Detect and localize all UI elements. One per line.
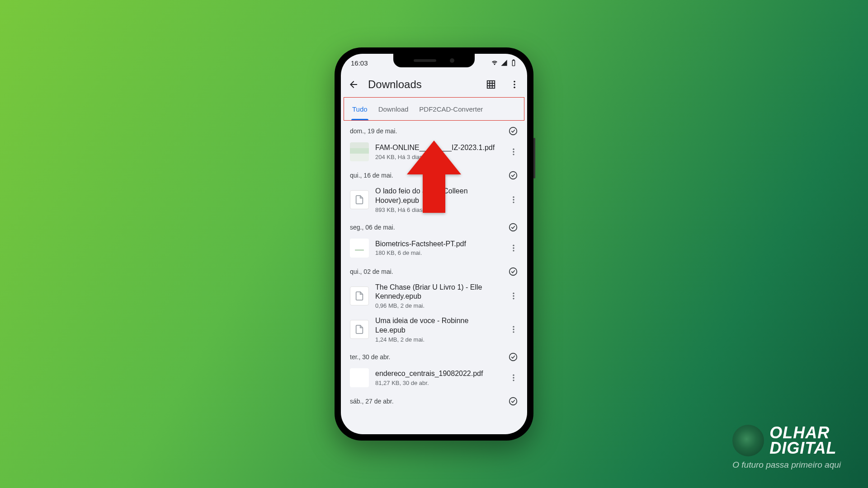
file-meta: 180 KB, 6 de mai. bbox=[375, 249, 499, 256]
page-title: Downloads bbox=[368, 78, 476, 91]
svg-point-29 bbox=[509, 353, 517, 361]
svg-point-33 bbox=[509, 398, 517, 405]
file-more-button[interactable] bbox=[505, 288, 522, 304]
svg-point-20 bbox=[513, 247, 514, 249]
app-bar: Downloads bbox=[341, 72, 527, 97]
grid-view-button[interactable] bbox=[482, 75, 500, 94]
logo-line-2: DIGITAL bbox=[769, 441, 836, 456]
svg-point-28 bbox=[513, 332, 514, 333]
svg-point-18 bbox=[509, 223, 517, 231]
document-icon bbox=[354, 324, 364, 334]
file-info: FAM-ONLINE________IZ-2023.1.pdf 204 KB, … bbox=[375, 143, 499, 160]
file-thumbnail bbox=[350, 142, 369, 161]
signal-icon bbox=[500, 59, 508, 66]
tab-label: PDF2CAD-Converter bbox=[419, 105, 483, 113]
file-more-button[interactable] bbox=[505, 144, 522, 160]
file-more-button[interactable] bbox=[505, 240, 522, 256]
file-row[interactable]: O lado feio do amor (Colleen Hoover).epu… bbox=[344, 183, 524, 217]
file-name: Biometrics-Factsheet-PT.pdf bbox=[375, 239, 499, 249]
file-name: The Chase (Briar U Livro 1) - Elle Kenne… bbox=[375, 283, 499, 302]
check-circle-icon[interactable] bbox=[508, 126, 518, 136]
tabs-container: Tudo Download PDF2CAD-Converter bbox=[341, 97, 527, 121]
file-thumbnail bbox=[350, 239, 369, 258]
svg-point-19 bbox=[513, 244, 514, 246]
date-label: qui., 16 de mai. bbox=[350, 172, 393, 179]
file-thumbnail bbox=[350, 190, 369, 209]
grid-icon bbox=[486, 80, 496, 89]
tab-label: Download bbox=[378, 105, 409, 113]
check-circle-icon[interactable] bbox=[508, 396, 518, 406]
svg-point-8 bbox=[514, 84, 515, 85]
date-header: dom., 19 de mai. bbox=[344, 121, 524, 139]
file-info: Biometrics-Factsheet-PT.pdf 180 KB, 6 de… bbox=[375, 239, 499, 257]
svg-point-22 bbox=[509, 267, 517, 275]
file-name: O lado feio do amor (Colleen Hoover).epu… bbox=[375, 187, 499, 206]
more-options-button[interactable] bbox=[505, 75, 524, 94]
svg-point-13 bbox=[513, 154, 514, 155]
file-thumbnail bbox=[350, 368, 369, 387]
file-more-button[interactable] bbox=[505, 321, 522, 338]
brand-logo: OLHAR DIGITAL O futuro passa primeiro aq… bbox=[732, 425, 841, 470]
svg-point-32 bbox=[513, 380, 514, 381]
logo-tagline: O futuro passa primeiro aqui bbox=[732, 460, 841, 470]
file-row[interactable]: Uma ideia de voce - Robinne Lee.epub 1,2… bbox=[344, 313, 524, 347]
check-circle-icon[interactable] bbox=[508, 352, 518, 362]
file-name: endereco_centrais_19082022.pdf bbox=[375, 369, 499, 379]
more-vert-icon bbox=[509, 325, 518, 334]
date-label: seg., 06 de mai. bbox=[350, 224, 395, 231]
svg-rect-0 bbox=[512, 61, 514, 66]
file-meta: 204 KB, Há 3 dias bbox=[375, 154, 499, 160]
file-row[interactable]: FAM-ONLINE________IZ-2023.1.pdf 204 KB, … bbox=[344, 139, 524, 165]
file-more-button[interactable] bbox=[505, 192, 522, 208]
svg-rect-2 bbox=[487, 81, 495, 89]
wifi-icon bbox=[491, 59, 498, 66]
check-circle-icon[interactable] bbox=[508, 267, 518, 277]
date-label: dom., 19 de mai. bbox=[350, 127, 397, 135]
file-info: endereco_centrais_19082022.pdf 81,27 KB,… bbox=[375, 369, 499, 386]
document-icon bbox=[354, 195, 364, 205]
svg-point-23 bbox=[513, 292, 514, 294]
arrow-back-icon bbox=[348, 79, 359, 90]
logo-eye-icon bbox=[732, 425, 764, 456]
tab-tudo[interactable]: Tudo bbox=[347, 98, 373, 120]
status-icons bbox=[491, 59, 517, 66]
file-row[interactable]: endereco_centrais_19082022.pdf 81,27 KB,… bbox=[344, 365, 524, 391]
file-row[interactable]: The Chase (Briar U Livro 1) - Elle Kenne… bbox=[344, 279, 524, 313]
svg-point-12 bbox=[513, 151, 514, 152]
file-name: FAM-ONLINE________IZ-2023.1.pdf bbox=[375, 143, 499, 153]
date-header: seg., 06 de mai. bbox=[344, 217, 524, 235]
file-row[interactable]: Biometrics-Factsheet-PT.pdf 180 KB, 6 de… bbox=[344, 235, 524, 261]
check-circle-icon[interactable] bbox=[508, 222, 518, 232]
downloads-list[interactable]: dom., 19 de mai. FAM-ONLINE________IZ-20… bbox=[341, 121, 527, 434]
more-vert-icon bbox=[509, 291, 518, 300]
tab-label: Tudo bbox=[352, 105, 368, 113]
date-label: qui., 02 de mai. bbox=[350, 268, 393, 275]
svg-point-26 bbox=[513, 326, 514, 328]
more-vert-icon bbox=[509, 195, 518, 204]
svg-point-16 bbox=[513, 199, 514, 201]
more-vert-icon bbox=[509, 80, 519, 89]
svg-point-11 bbox=[513, 149, 514, 150]
svg-point-10 bbox=[509, 127, 517, 135]
date-header: sáb., 27 de abr. bbox=[344, 391, 524, 409]
highlighted-tabs-box: Tudo Download PDF2CAD-Converter bbox=[344, 97, 524, 121]
date-label: ter., 30 de abr. bbox=[350, 353, 391, 361]
more-vert-icon bbox=[509, 244, 518, 253]
file-info: O lado feio do amor (Colleen Hoover).epu… bbox=[375, 187, 499, 213]
more-vert-icon bbox=[509, 147, 518, 156]
svg-point-25 bbox=[513, 298, 514, 299]
file-name: Uma ideia de voce - Robinne Lee.epub bbox=[375, 316, 499, 335]
date-header: ter., 30 de abr. bbox=[344, 347, 524, 365]
file-info: Uma ideia de voce - Robinne Lee.epub 1,2… bbox=[375, 316, 499, 343]
camera bbox=[450, 58, 454, 63]
svg-point-17 bbox=[513, 202, 514, 203]
back-button[interactable] bbox=[344, 75, 363, 94]
check-circle-icon[interactable] bbox=[508, 170, 518, 180]
phone-screen: 16:03 Downloads bbox=[341, 54, 527, 434]
file-meta: 0,96 MB, 2 de mai. bbox=[375, 302, 499, 309]
phone-notch bbox=[393, 54, 475, 67]
tab-download[interactable]: Download bbox=[373, 98, 414, 120]
file-more-button[interactable] bbox=[505, 370, 522, 386]
svg-point-7 bbox=[514, 81, 515, 83]
tab-pdf2cad[interactable]: PDF2CAD-Converter bbox=[414, 98, 488, 120]
